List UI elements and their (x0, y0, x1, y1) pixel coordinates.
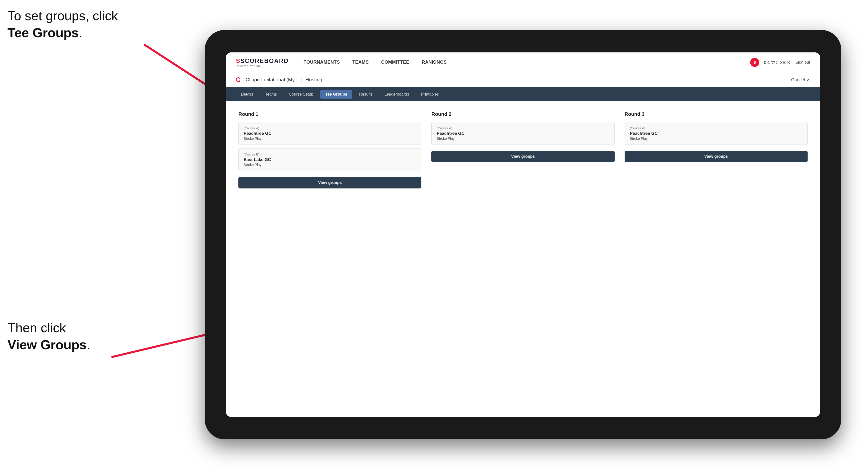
tablet-device: SSCOREBOARD Powered by clippit TOURNAMEN… (205, 30, 841, 439)
instruction-top-bold: Tee Groups (7, 26, 79, 40)
nav-teams[interactable]: TEAMS (352, 60, 369, 65)
logo-area: SSCOREBOARD Powered by clippit (236, 57, 288, 67)
round-2-column: Round 2 (Course A) Peachtree GC Stroke P… (431, 111, 614, 188)
nav-right: B blair@clippd.io Sign out (750, 58, 810, 67)
tab-tee-groups[interactable]: Tee Groups (320, 90, 352, 99)
round-1-course-a-label: (Course A) (244, 126, 416, 130)
round-2-course-a-label: (Course A) (437, 126, 609, 130)
instruction-bottom-bold: View Groups (7, 338, 87, 352)
main-content: Round 1 (Course A) Peachtree GC Stroke P… (226, 101, 820, 417)
tab-course-setup[interactable]: Course Setup (284, 90, 318, 99)
round-1-view-groups-button[interactable]: View groups (239, 177, 422, 188)
round-3-course-a-label: (Course A) (630, 126, 802, 130)
round-3-view-groups-button[interactable]: View groups (625, 151, 808, 162)
nav-rankings[interactable]: RANKINGS (422, 60, 447, 65)
instruction-top-line1: To set groups, click (7, 8, 118, 23)
logo-text: SSCOREBOARD (236, 57, 288, 64)
event-logo-icon: C (236, 76, 241, 84)
cancel-button[interactable]: Cancel ✕ (791, 77, 810, 83)
nav-links: TOURNAMENTS TEAMS COMMITTEE RANKINGS (304, 60, 750, 65)
tab-details[interactable]: Details (236, 90, 258, 99)
instruction-top: To set groups, click Tee Groups. (7, 7, 118, 41)
tab-printables[interactable]: Printables (416, 90, 444, 99)
tablet-screen: SSCOREBOARD Powered by clippit TOURNAMEN… (226, 53, 820, 417)
round-2-course-a-name: Peachtree GC (437, 131, 609, 136)
instruction-bottom: Then click View Groups. (7, 319, 90, 353)
nav-tournaments[interactable]: TOURNAMENTS (304, 60, 340, 65)
round-2-view-groups-button[interactable]: View groups (431, 151, 614, 162)
round-2-title: Round 2 (431, 111, 614, 117)
round-2-course-a-format: Stroke Play (437, 136, 609, 141)
round-2-course-a-card: (Course A) Peachtree GC Stroke Play (431, 122, 614, 145)
instruction-top-suffix: . (79, 26, 82, 40)
round-1-column: Round 1 (Course A) Peachtree GC Stroke P… (239, 111, 422, 188)
round-3-course-a-card: (Course A) Peachtree GC Stroke Play (625, 122, 808, 145)
round-1-course-b-format: Stroke Play (244, 163, 416, 167)
instruction-bottom-suffix: . (87, 338, 90, 352)
round-3-column: Round 3 (Course A) Peachtree GC Stroke P… (625, 111, 808, 188)
round-1-course-b-label: (Course B) (244, 153, 416, 156)
round-1-course-a-card: (Course A) Peachtree GC Stroke Play (239, 122, 422, 145)
sub-nav: C Clippd Invitational (My... | Hosting C… (226, 72, 820, 87)
round-1-course-a-name: Peachtree GC (244, 131, 416, 136)
tab-teams[interactable]: Teams (260, 90, 282, 99)
sign-out-link[interactable]: Sign out (795, 60, 810, 65)
top-nav: SSCOREBOARD Powered by clippit TOURNAMEN… (226, 53, 820, 72)
user-avatar: B (750, 58, 759, 67)
round-1-title: Round 1 (239, 111, 422, 117)
rounds-container: Round 1 (Course A) Peachtree GC Stroke P… (239, 111, 808, 188)
tab-leaderboards[interactable]: Leaderboards (379, 90, 414, 99)
event-title: Clippd Invitational (My... | Hosting (246, 77, 791, 83)
instruction-bottom-line1: Then click (7, 320, 66, 335)
round-1-course-b-card: (Course B) East Lake GC Stroke Play (239, 148, 422, 171)
round-1-course-b-name: East Lake GC (244, 157, 416, 162)
round-3-title: Round 3 (625, 111, 808, 117)
tab-results[interactable]: Results (354, 90, 377, 99)
tab-bar: Details Teams Course Setup Tee Groups Re… (226, 87, 820, 101)
round-3-course-a-format: Stroke Play (630, 136, 802, 141)
logo-s-icon: S (236, 57, 240, 64)
logo-sub: Powered by clippit (236, 64, 288, 67)
round-3-course-a-name: Peachtree GC (630, 131, 802, 136)
user-email: blair@clippd.io (764, 60, 790, 65)
round-1-course-a-format: Stroke Play (244, 136, 416, 141)
nav-committee[interactable]: COMMITTEE (381, 60, 409, 65)
